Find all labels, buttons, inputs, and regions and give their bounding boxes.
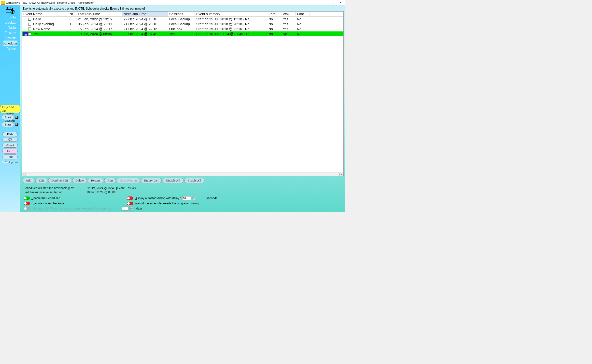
stop-waiting-button[interactable]: Stop Waiting: [117, 178, 140, 183]
scroll-left-button[interactable]: ‹: [22, 173, 26, 176]
table-body: Daily024 Jan, 2022 @ 13:1522 Oct, 2024 @…: [22, 17, 343, 172]
cell-last: 24 Jan, 2022 @ 13:15: [76, 17, 122, 21]
action-bar: Add Edit Dupl. & Edit Delete Restart Run…: [22, 176, 344, 185]
days-down-button[interactable]: ▼: [129, 209, 132, 210]
delay-up-button[interactable]: ▲: [193, 196, 195, 198]
edit-button[interactable]: Edit: [35, 178, 47, 183]
cell-sessions: OutLook: [168, 27, 195, 31]
warn-running-option[interactable]: Warn if the scheduler needs the program …: [127, 202, 342, 205]
row-checkbox[interactable]: ✔: [28, 32, 31, 35]
row-checkbox[interactable]: [28, 28, 31, 30]
enable-scheduler-option[interactable]: Enable the Scheduler: [24, 196, 127, 200]
exit-button[interactable]: Exit: [2, 154, 18, 159]
warn-manual-option: (Manual only) Warn if a backup wasn't ex…: [24, 207, 342, 210]
missed-backups-label: Execute missed backups: [31, 202, 64, 205]
cell-nr: 1: [68, 22, 76, 26]
cell-name: Daily evening: [22, 22, 68, 26]
onchange-start-button[interactable]: Start: [2, 122, 14, 127]
days-input[interactable]: 7: [122, 207, 128, 210]
tooltip-button[interactable]: [2, 138, 18, 142]
table-header-row: Event Name Nr Last Run Time Next Run Tim…: [22, 12, 343, 17]
nav-options[interactable]: Options: [3, 35, 17, 41]
app-icon: [1, 1, 5, 5]
nav-restore[interactable]: Restore: [3, 30, 17, 35]
restart-button[interactable]: Restart: [88, 178, 103, 183]
days-label: days: [136, 207, 142, 210]
row-checkbox[interactable]: [28, 18, 31, 21]
copyright-label: ©GRSoftware: [2, 160, 18, 163]
enable-scheduler-toggle[interactable]: [24, 196, 30, 200]
nav-tasks[interactable]: Tasks: [3, 25, 17, 30]
onchange-section-label: OnChange: [4, 120, 16, 122]
days-up-button[interactable]: ▲: [129, 207, 132, 209]
table-row[interactable]: Daily024 Jan, 2022 @ 13:1522 Oct, 2024 @…: [22, 17, 343, 22]
nav-report[interactable]: Report: [3, 46, 17, 51]
minimize-button[interactable]: —: [321, 0, 328, 5]
hdr-icon: ➜HDR: [23, 32, 28, 36]
col-last-run[interactable]: Last Run Time: [76, 12, 122, 16]
help-button[interactable]: Help: [2, 149, 18, 154]
cell-summary: Start on 25 Jul, 2018 @ 13:10 - Re...: [195, 17, 267, 21]
cell-sessions: Local Backup: [168, 22, 195, 26]
cell-forc1: No: [267, 32, 281, 36]
cell-name: ➜HDR✔Test: [22, 32, 68, 36]
warn-running-toggle[interactable]: [127, 202, 133, 205]
cell-sessions: Local Backup: [168, 17, 195, 21]
add-button[interactable]: Add: [23, 178, 34, 183]
seconds-label: seconds: [206, 196, 217, 200]
scheduler-options: Enable the Scheduler Display autostart d…: [22, 196, 344, 211]
cell-wake: No: [281, 32, 296, 36]
table-row[interactable]: ➜HDR✔Test310 Jun, 2024 @ 08:0622 Oct, 20…: [22, 31, 343, 36]
missed-backups-option[interactable]: Execute missed backups: [24, 202, 127, 205]
maximize-button[interactable]: ▢: [329, 0, 336, 5]
cell-forc1: No: [267, 17, 281, 21]
col-wake[interactable]: Wak...: [281, 12, 296, 16]
enable-all-button[interactable]: Enable All: [184, 178, 204, 183]
backup-start-button[interactable]: Start: [2, 115, 14, 120]
col-summary[interactable]: Event summary: [195, 12, 267, 16]
nav-jobs[interactable]: Jobs: [3, 15, 17, 20]
table-row[interactable]: New Name215 Feb, 2024 @ 22:1721 Oct, 202…: [22, 27, 343, 31]
col-sessions[interactable]: Sessions: [168, 12, 195, 16]
col-nr[interactable]: Nr: [68, 12, 76, 16]
delete-button[interactable]: Delete: [72, 178, 87, 183]
cell-nr: 2: [68, 27, 76, 31]
row-checkbox[interactable]: [28, 23, 31, 26]
delay-down-button[interactable]: ▼: [193, 198, 195, 200]
empty-list-button[interactable]: Empty List: [141, 178, 162, 183]
onchange-led-icon: [15, 123, 18, 126]
cell-next: 21 Oct, 2024 @ 20:10: [122, 22, 168, 26]
cell-next: 22 Oct, 2024 @ 07:49: [122, 32, 168, 36]
easy-add-job-button[interactable]: Easy Add Job: [0, 105, 20, 113]
autostart-delay-input[interactable]: 10: [182, 196, 191, 200]
col-event-name[interactable]: Event Name: [22, 12, 68, 16]
table-row[interactable]: Daily evening106 Feb, 2024 @ 20:1121 Oct…: [22, 22, 343, 27]
autostart-label: Display autostart dialog with delay :: [135, 196, 181, 200]
cell-next: 21 Oct, 2024 @ 22:16: [122, 27, 168, 31]
status-info: Scheduler will start the next backup at:…: [22, 185, 344, 196]
page-header: Events to automatically execute backup […: [22, 6, 344, 11]
cell-forc2: No: [296, 32, 310, 36]
run-button[interactable]: Run: [104, 178, 116, 183]
col-forc1[interactable]: Forc...: [267, 12, 281, 16]
col-next-run[interactable]: Next Run Time: [122, 12, 168, 16]
disable-all-button[interactable]: Disable All: [163, 178, 183, 183]
cell-summary: Start on 10 Jun, 2024 @ 07:49 - R...: [195, 32, 267, 36]
calendar-clock-icon: [4, 6, 16, 14]
cell-next: 22 Oct, 2024 @ 13:10: [122, 17, 168, 21]
nav-backup[interactable]: Backup: [3, 20, 17, 25]
hide-button[interactable]: Hide: [2, 132, 18, 137]
col-forc2[interactable]: Forc...: [296, 12, 310, 16]
about-button[interactable]: About: [2, 143, 18, 148]
dupl-edit-button[interactable]: Dupl. & Edit: [48, 178, 71, 183]
autostart-toggle[interactable]: [127, 196, 133, 200]
nav-scheduler[interactable]: Scheduler: [3, 41, 17, 46]
missed-backups-toggle[interactable]: [24, 202, 30, 205]
horizontal-scrollbar[interactable]: ‹ ›: [22, 172, 343, 176]
cell-last: 10 Jun, 2024 @ 08:06: [76, 32, 122, 36]
autostart-option[interactable]: Display autostart dialog with delay : 10…: [127, 196, 342, 200]
scroll-right-button[interactable]: ›: [339, 173, 343, 176]
close-button[interactable]: ✕: [337, 0, 344, 5]
svg-rect-2: [7, 7, 8, 9]
warn-running-label: Warn if the scheduler needs the program …: [135, 202, 198, 205]
